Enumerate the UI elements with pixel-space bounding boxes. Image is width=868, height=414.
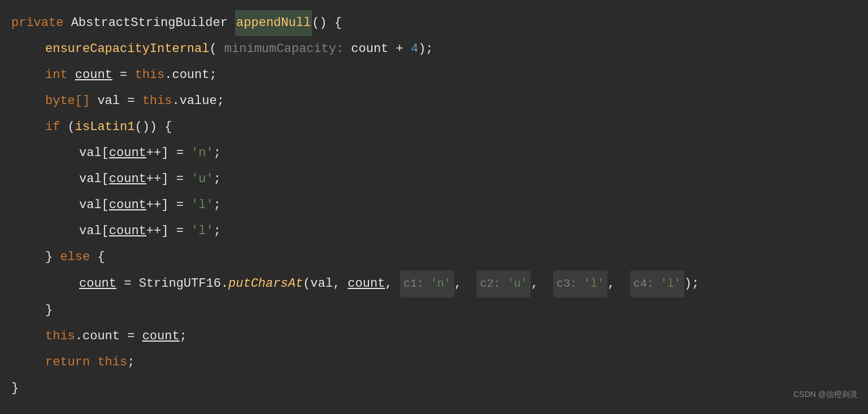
punc-call-open: ( (303, 271, 310, 297)
punc-semi1: ; (209, 62, 216, 88)
var-this-count2: count (83, 324, 127, 350)
punc-semi-n: ; (214, 140, 221, 166)
var-val-arg: val (310, 271, 333, 297)
punc-if-open: ( (68, 114, 75, 140)
punc-comma1: , (333, 271, 348, 297)
punc-comma3: , (454, 271, 477, 297)
code-line-2: ensureCapacityInternal ( minimumCapacity… (11, 36, 857, 62)
code-line-13: this . count = count ; (11, 324, 857, 350)
method-islatin: isLatin1 (75, 114, 135, 140)
badge-c4: c4: 'l' (630, 270, 684, 297)
code-line-6: val [ count ++] = 'n' ; (11, 140, 857, 166)
punc-semi-u: ; (214, 166, 221, 192)
str-l1: 'l' (191, 192, 214, 218)
code-line-10: } else { (11, 244, 857, 270)
dot-1: . (164, 62, 172, 88)
var-count-assign: count (79, 271, 116, 297)
dot-3: . (221, 271, 228, 297)
num-4: 4 (411, 36, 418, 62)
var-count-u1: count (109, 166, 146, 192)
punc-bracket-u1: [ (102, 166, 109, 192)
var-count-final: count (142, 324, 180, 350)
method-name: appendNull (235, 10, 312, 36)
punc-brace-final: } (11, 376, 19, 402)
brand-watermark: CSDN @信橙则灵 (793, 381, 858, 407)
var-value: value (180, 88, 217, 114)
badge-c1: c1: 'n' (400, 270, 454, 297)
keyword-int: int (45, 62, 75, 88)
punc-pp-n: ++] = (146, 140, 191, 166)
str-l2: 'l' (191, 218, 214, 244)
punc-comma4: , (531, 271, 553, 297)
keyword-byte: byte[] (45, 88, 97, 114)
keyword-private: private (11, 10, 71, 36)
punc-brace-open2: { (97, 244, 105, 270)
param-label-min: minimumCapacity: (217, 36, 351, 62)
code-line-12: } (11, 297, 857, 324)
badge-c3: c3: 'l' (553, 270, 607, 297)
punc-open: ( (209, 36, 216, 62)
code-line-14: return this ; (11, 350, 857, 376)
punc-semi4: ; (127, 350, 134, 376)
str-n: 'n' (191, 140, 214, 166)
dot-4: . (75, 324, 83, 350)
var-count-decl: count (75, 62, 112, 88)
code-line-15: } (11, 376, 857, 402)
punc-bracket-l2: [ (102, 218, 109, 244)
punc-eq3: = (116, 271, 139, 297)
punc-brace-close2: } (45, 297, 53, 324)
punc-if-body: ()) { (134, 114, 172, 140)
keyword-else: else (60, 244, 97, 270)
keyword-this-1: this (134, 62, 164, 88)
punc-pp-u: ++] = (146, 166, 191, 192)
var-val-u: val (79, 166, 102, 192)
punc-eq4: = (127, 324, 142, 350)
var-val-l1: val (79, 192, 102, 218)
method-putcharsat: putCharsAt (228, 271, 303, 297)
str-u: 'u' (191, 166, 214, 192)
punc-semi-l1: ; (214, 192, 221, 218)
var-val-n: val (79, 140, 102, 166)
code-editor: private AbstractStringBuilder appendNull… (0, 0, 868, 414)
code-line-5: if ( isLatin1 ()) { (11, 114, 857, 140)
punc-close1: ); (418, 36, 433, 62)
punc-call-close: ); (684, 271, 699, 297)
punc-eq2: = (127, 88, 142, 114)
punc-comma2: , (385, 271, 400, 297)
punc-bracket-l1: [ (102, 192, 109, 218)
punc-semi2: ; (217, 88, 224, 114)
class-stringutf16: StringUTF16 (139, 271, 221, 297)
keyword-if: if (45, 114, 68, 140)
punc-paren: () { (312, 10, 342, 36)
var-val-decl: val (97, 88, 127, 114)
var-this-count: count (172, 62, 209, 88)
badge-c2: c2: 'u' (476, 270, 531, 297)
class-name: AbstractStringBuilder (71, 10, 235, 36)
code-line-1: private AbstractStringBuilder appendNull… (11, 10, 857, 36)
keyword-this-2: this (142, 88, 172, 114)
punc-semi-l2: ; (214, 218, 221, 244)
code-line-4: byte[] val = this . value ; (11, 88, 857, 114)
punc-semi3: ; (180, 324, 187, 350)
keyword-return: return (45, 350, 97, 376)
code-line-3: int count = this . count ; (11, 62, 857, 88)
code-line-11: count = StringUTF16 . putCharsAt ( val ,… (11, 270, 857, 297)
keyword-this-3: this (45, 324, 75, 350)
var-count-n1: count (109, 140, 146, 166)
var-count-arg: count (348, 271, 385, 297)
punc-comma5: , (607, 271, 630, 297)
method-ensure: ensureCapacityInternal (45, 36, 209, 62)
punc-plus: + (396, 36, 411, 62)
dot-2: . (172, 88, 179, 114)
code-line-8: val [ count ++] = 'l' ; (11, 192, 857, 218)
punc-pp-l1: ++] = (146, 192, 191, 218)
var-count-1: count (351, 36, 396, 62)
code-line-7: val [ count ++] = 'u' ; (11, 166, 857, 192)
punc-brace-close1: } (45, 244, 60, 270)
var-count-l1: count (109, 192, 146, 218)
punc-eq1: = (112, 62, 135, 88)
punc-bracket-n1: [ (102, 140, 109, 166)
code-line-9: val [ count ++] = 'l' ; (11, 218, 857, 244)
keyword-this-4: this (97, 350, 127, 376)
punc-pp-l2: ++] = (146, 218, 191, 244)
